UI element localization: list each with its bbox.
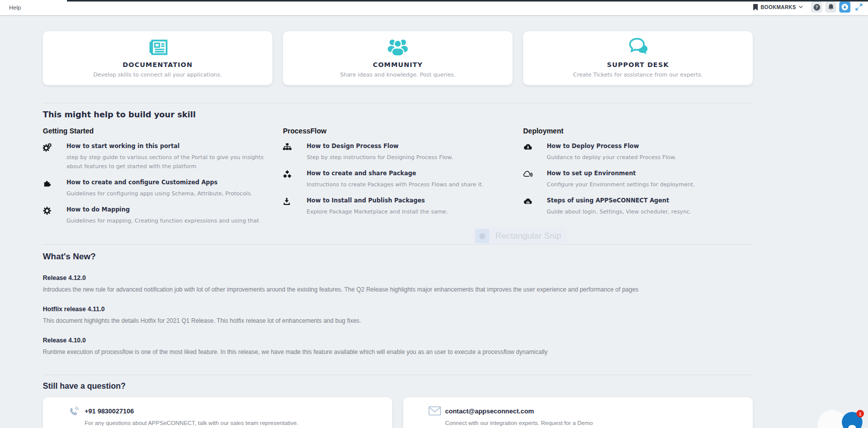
phone-contact-card[interactable]: +91 9830027106 For any questions about A… — [43, 397, 392, 428]
help-button[interactable]: ? — [811, 2, 822, 13]
skill-desc: Guidelines for mapping, Creating functio… — [66, 217, 272, 226]
release-description: This document highlights the details Hot… — [43, 317, 753, 324]
phone-icon — [68, 406, 80, 417]
documentation-card[interactable]: DOCUMENTATION Develop skills to connect … — [43, 31, 272, 85]
skills-grid: Getting Started — [43, 127, 753, 226]
card-subtitle: Develop skills to connect all your appli… — [43, 72, 272, 78]
notification-badge: 1 — [856, 410, 864, 417]
skills-column-processflow: ProcessFlow How to Design Process — [283, 127, 513, 226]
support-desk-card[interactable]: SUPPORT DESK Create Tickets for assistan… — [523, 31, 753, 85]
card-subtitle: Create Tickets for assistance from our e… — [523, 72, 753, 78]
divider — [43, 375, 753, 375]
release-title: Release 4.10.0 — [43, 337, 753, 344]
cloud-signal-icon — [523, 170, 533, 178]
skill-item[interactable]: How to set up Environment Configure your… — [523, 170, 753, 189]
updates-button[interactable] — [839, 2, 850, 13]
release-title: Hotflix release 4.11.0 — [43, 306, 753, 313]
bookmarks-menu[interactable]: BOOKMARKS — [753, 4, 803, 11]
help-menu[interactable]: Help — [9, 5, 21, 11]
skill-title[interactable]: How to create and share Package — [307, 170, 513, 177]
release-note: Hotflix release 4.11.0 This document hig… — [43, 306, 753, 324]
column-header: Deployment — [523, 127, 753, 135]
card-title: DOCUMENTATION — [43, 61, 272, 68]
topbar: Help BOOKMARKS ? — [0, 0, 868, 15]
gears-icon — [43, 143, 52, 152]
cloud-download-icon — [523, 143, 532, 151]
email-address[interactable]: contact@appseconnect.com — [445, 405, 593, 415]
bookmarks-label: BOOKMARKS — [761, 5, 796, 10]
skill-desc: Instructions to create Packages with Pro… — [307, 180, 513, 189]
skills-heading: This might help to build your skill — [43, 110, 753, 119]
release-description: Runtime execution of processflow is one … — [43, 348, 753, 355]
skill-desc: Configure your Environment settings for … — [547, 180, 753, 189]
release-title: Release 4.12.0 — [43, 274, 753, 281]
column-header: Getting Started — [43, 127, 272, 135]
card-subtitle: Share ideas and knowledge. Post queries. — [283, 72, 513, 78]
skill-item[interactable]: How to Design Process Flow Step by step … — [283, 142, 513, 162]
skill-title[interactable]: How to do Mapping — [66, 206, 272, 213]
contact-heading: Still have a question? — [43, 382, 753, 391]
quick-links-row: DOCUMENTATION Develop skills to connect … — [43, 31, 753, 85]
expand-icon — [855, 4, 862, 11]
cloud-bars-icon — [523, 197, 532, 205]
gear-icon — [43, 206, 51, 215]
sitemap-icon — [283, 143, 292, 151]
chat-widget-button[interactable]: 1 — [842, 412, 862, 428]
card-title: SUPPORT DESK — [523, 61, 753, 68]
community-card[interactable]: COMMUNITY Share ideas and knowledge. Pos… — [283, 31, 513, 85]
users-icon — [386, 38, 409, 57]
question-circle-icon: ? — [814, 4, 820, 11]
chat-bubble-icon — [848, 425, 856, 428]
top-accent-strip — [67, 0, 868, 2]
phone-number[interactable]: +91 9830027106 — [85, 405, 298, 415]
newspaper-icon — [146, 38, 170, 57]
skill-item[interactable]: Steps of using APPSeCONNECT Agent Guide … — [523, 197, 753, 217]
install-icon — [283, 197, 291, 205]
puzzle-icon — [43, 179, 51, 187]
card-title: COMMUNITY — [283, 61, 513, 68]
release-note: Release 4.12.0 Introduces the new rule f… — [43, 274, 753, 293]
column-header: ProcessFlow — [283, 127, 513, 135]
skills-column-deployment: Deployment — [523, 127, 753, 226]
email-contact-card[interactable]: contact@appseconnect.com Connect with ou… — [403, 397, 753, 428]
skill-desc: Step by step instructions for Designing … — [307, 153, 513, 162]
bookmark-icon — [753, 4, 758, 11]
skill-title[interactable]: How to Design Process Flow — [307, 142, 513, 150]
skill-item[interactable]: How to Install and Publish Packages Expl… — [283, 197, 513, 217]
skill-title[interactable]: How to Install and Publish Packages — [307, 197, 513, 204]
skill-desc: Guidelines for configuring apps using Sc… — [66, 189, 272, 198]
release-description: Introduces the new rule for advanced not… — [43, 286, 753, 293]
phone-description: For any questions about APPSeCONNECT, ta… — [85, 420, 298, 426]
release-note: Release 4.10.0 Runtime execution of proc… — [43, 337, 753, 355]
skill-desc: Explore Package Marketplace and install … — [307, 207, 513, 217]
skill-title[interactable]: How to create and configure Customized A… — [66, 179, 272, 186]
divider — [43, 103, 753, 103]
skill-title[interactable]: How to set up Environment — [547, 170, 753, 177]
skill-item[interactable]: How to create and share Package Instruct… — [283, 170, 513, 189]
skill-item[interactable]: How to create and configure Customized A… — [43, 179, 272, 198]
skill-item[interactable]: How to start working in this portal step… — [43, 142, 272, 171]
skill-title[interactable]: Steps of using APPSeCONNECT Agent — [547, 197, 753, 204]
skill-title[interactable]: How to Deploy Process Flow — [547, 142, 753, 150]
skill-desc: Guide about login, Settings, View schedu… — [547, 207, 753, 217]
skill-item[interactable]: How to Deploy Process Flow Guidance to d… — [523, 142, 753, 162]
skill-desc: Guidance to deploy your created Process … — [547, 153, 753, 162]
fullscreen-button[interactable] — [853, 2, 864, 13]
whats-new-heading: What's New? — [43, 252, 753, 262]
email-description: Connect with our integration experts. Re… — [445, 420, 593, 426]
skills-column-getting-started: Getting Started — [43, 127, 272, 226]
bell-icon — [828, 4, 834, 11]
chevron-down-icon — [799, 6, 803, 9]
circle-down-arrow-icon — [841, 4, 848, 11]
notifications-button[interactable] — [825, 2, 836, 13]
skill-title[interactable]: How to start working in this portal — [66, 142, 272, 150]
skill-item[interactable]: How to do Mapping Guidelines for mapping… — [43, 206, 272, 226]
divider — [43, 244, 753, 245]
skill-desc: step by step guide to various sections o… — [66, 153, 272, 171]
contact-row: +91 9830027106 For any questions about A… — [43, 397, 753, 428]
chat-bubbles-icon — [626, 37, 649, 57]
cubes-icon — [283, 170, 292, 178]
envelope-icon — [428, 406, 441, 416]
